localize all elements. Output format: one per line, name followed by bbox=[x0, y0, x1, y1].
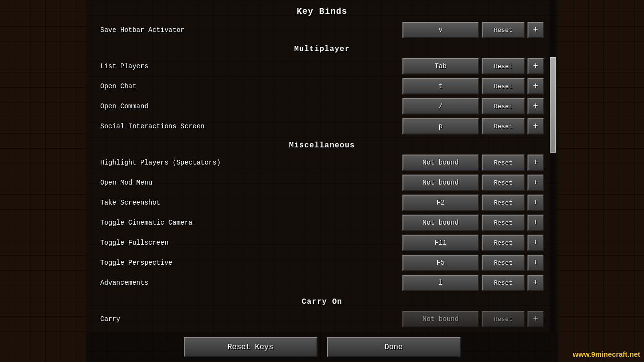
plus-highlight-players[interactable]: + bbox=[528, 155, 544, 171]
reset-social-interactions[interactable]: Reset bbox=[482, 118, 525, 134]
action-open-command: Open Command bbox=[100, 103, 402, 110]
plus-social-interactions[interactable]: + bbox=[528, 118, 544, 134]
row-advancements: Advancements l Reset + bbox=[100, 273, 544, 293]
plus-toggle-cinematic[interactable]: + bbox=[528, 215, 544, 231]
row-social-interactions: Social Interactions Screen p Reset + bbox=[100, 116, 544, 136]
row-list-players: List Players Tab Reset + bbox=[100, 56, 544, 76]
action-take-screenshot: Take Screenshot bbox=[100, 199, 402, 207]
plus-list-players[interactable]: + bbox=[528, 58, 544, 74]
key-social-interactions[interactable]: p bbox=[402, 118, 479, 134]
row-open-command: Open Command / Reset + bbox=[100, 96, 544, 116]
action-save-hotbar: Save Hotbar Activator bbox=[100, 26, 402, 34]
plus-open-mod-menu[interactable]: + bbox=[528, 175, 544, 191]
key-save-hotbar[interactable]: v bbox=[402, 22, 479, 38]
key-highlight-players[interactable]: Not bound bbox=[402, 155, 479, 171]
reset-take-screenshot[interactable]: Reset bbox=[482, 195, 525, 211]
row-open-mod-menu: Open Mod Menu Not bound Reset + bbox=[100, 173, 544, 193]
action-advancements: Advancements bbox=[100, 279, 402, 287]
reset-open-command[interactable]: Reset bbox=[482, 98, 525, 114]
reset-toggle-fullscreen[interactable]: Reset bbox=[482, 235, 525, 251]
watermark: www.9minecraft.net bbox=[573, 350, 640, 358]
carry-on-header: Carry On bbox=[100, 293, 544, 309]
reset-toggle-cinematic[interactable]: Reset bbox=[482, 215, 525, 231]
key-toggle-perspective[interactable]: F5 bbox=[402, 255, 479, 271]
plus-open-command[interactable]: + bbox=[528, 98, 544, 114]
action-carry: Carry bbox=[100, 315, 402, 323]
key-open-mod-menu[interactable]: Not bound bbox=[402, 175, 479, 191]
key-open-command[interactable]: / bbox=[402, 98, 479, 114]
key-toggle-cinematic[interactable]: Not bound bbox=[402, 215, 479, 231]
row-carry: Carry Not bound Reset + bbox=[100, 309, 544, 329]
plus-toggle-perspective[interactable]: + bbox=[528, 255, 544, 271]
row-toggle-fullscreen: Toggle Fullscreen F11 Reset + bbox=[100, 233, 544, 253]
key-take-screenshot[interactable]: F2 bbox=[402, 195, 479, 211]
key-advancements[interactable]: l bbox=[402, 275, 479, 291]
done-button[interactable]: Done bbox=[327, 337, 461, 357]
plus-advancements[interactable]: + bbox=[528, 275, 544, 291]
plus-toggle-fullscreen[interactable]: + bbox=[528, 235, 544, 251]
miscellaneous-header: Miscellaneous bbox=[100, 136, 544, 153]
reset-toggle-perspective[interactable]: Reset bbox=[482, 255, 525, 271]
reset-highlight-players[interactable]: Reset bbox=[482, 155, 525, 171]
main-panel: Key Binds Save Hotbar Activator v Reset … bbox=[86, 0, 558, 362]
row-save-hotbar: Save Hotbar Activator v Reset + bbox=[100, 20, 544, 40]
key-carry[interactable]: Not bound bbox=[402, 311, 479, 327]
plus-take-screenshot[interactable]: + bbox=[528, 195, 544, 211]
reset-carry[interactable]: Reset bbox=[482, 311, 525, 327]
key-toggle-fullscreen[interactable]: F11 bbox=[402, 235, 479, 251]
row-open-chat: Open Chat t Reset + bbox=[100, 76, 544, 96]
action-social-interactions: Social Interactions Screen bbox=[100, 123, 402, 130]
left-panel bbox=[0, 0, 86, 362]
action-open-chat: Open Chat bbox=[100, 83, 402, 90]
action-toggle-fullscreen: Toggle Fullscreen bbox=[100, 239, 402, 247]
action-open-mod-menu: Open Mod Menu bbox=[100, 179, 402, 186]
reset-advancements[interactable]: Reset bbox=[482, 275, 525, 291]
action-highlight-players: Highlight Players (Spectators) bbox=[100, 159, 402, 166]
plus-carry[interactable]: + bbox=[528, 311, 544, 327]
bottom-bar: Reset Keys Done bbox=[86, 332, 558, 362]
action-list-players: List Players bbox=[100, 62, 402, 70]
plus-save-hotbar[interactable]: + bbox=[528, 22, 544, 38]
multiplayer-header: Multiplayer bbox=[100, 40, 544, 56]
action-toggle-perspective: Toggle Perspective bbox=[100, 259, 402, 267]
plus-open-chat[interactable]: + bbox=[528, 78, 544, 94]
reset-list-players[interactable]: Reset bbox=[482, 58, 525, 74]
scroll-area: Key Binds Save Hotbar Activator v Reset … bbox=[86, 0, 558, 332]
reset-keys-button[interactable]: Reset Keys bbox=[184, 337, 317, 357]
scrollbar-thumb[interactable] bbox=[550, 57, 556, 153]
row-toggle-perspective: Toggle Perspective F5 Reset + bbox=[100, 253, 544, 273]
row-take-screenshot: Take Screenshot F2 Reset + bbox=[100, 193, 544, 213]
row-toggle-cinematic: Toggle Cinematic Camera Not bound Reset … bbox=[100, 213, 544, 233]
row-highlight-players: Highlight Players (Spectators) Not bound… bbox=[100, 153, 544, 173]
page-title: Key Binds bbox=[100, 0, 544, 20]
scrollbar-track bbox=[550, 0, 556, 332]
reset-open-chat[interactable]: Reset bbox=[482, 78, 525, 94]
action-toggle-cinematic: Toggle Cinematic Camera bbox=[100, 219, 402, 227]
reset-save-hotbar[interactable]: Reset bbox=[482, 22, 525, 38]
reset-open-mod-menu[interactable]: Reset bbox=[482, 175, 525, 191]
key-list-players[interactable]: Tab bbox=[402, 58, 479, 74]
right-panel bbox=[558, 0, 644, 362]
key-open-chat[interactable]: t bbox=[402, 78, 479, 94]
